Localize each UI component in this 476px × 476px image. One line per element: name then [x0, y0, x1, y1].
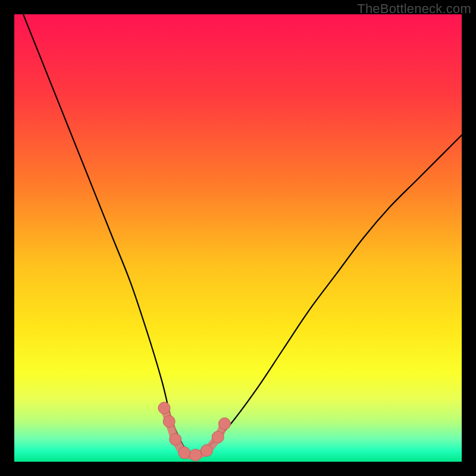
data-marker: [218, 418, 230, 430]
data-marker: [178, 447, 190, 459]
bottleneck-chart: [14, 14, 462, 462]
data-marker: [190, 449, 202, 461]
data-marker: [201, 444, 212, 456]
chart-frame: TheBottleneck.com: [0, 0, 476, 476]
data-marker: [212, 431, 224, 443]
data-marker: [170, 433, 181, 445]
plot-area: [14, 14, 462, 462]
data-marker: [158, 402, 170, 414]
gradient-background: [14, 14, 462, 462]
data-marker: [163, 415, 175, 427]
